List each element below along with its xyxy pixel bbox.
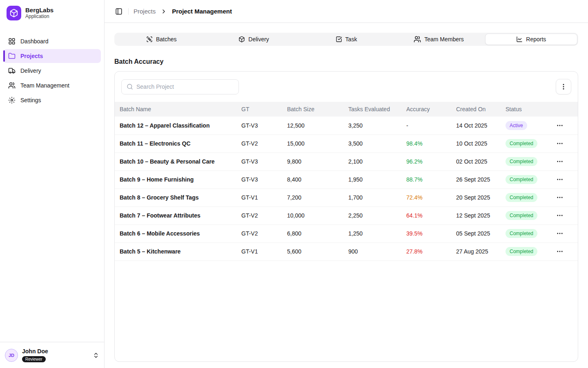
more-horizontal-icon[interactable] <box>555 156 565 167</box>
batch-size: 6,800 <box>284 224 345 242</box>
tab-delivery[interactable]: Delivery <box>207 34 300 45</box>
brand-subtitle: Application <box>25 13 53 19</box>
chevron-right-icon <box>160 8 167 15</box>
tab-batches[interactable]: Batches <box>115 34 207 45</box>
column-header: Tasks Evaluated <box>345 102 403 117</box>
user-menu[interactable]: JD John Doe Reviewer <box>0 342 104 368</box>
sidebar-toggle-icon[interactable] <box>114 7 123 16</box>
status-badge: Completed <box>506 139 537 148</box>
gear-icon <box>8 96 16 104</box>
sidebar-item-projects[interactable]: Projects <box>3 49 101 63</box>
tab-label: Batches <box>156 36 177 43</box>
tasks-evaluated: 1,950 <box>345 171 403 188</box>
table-row: Batch 6 – Mobile AccessoriesGT-V26,8001,… <box>115 224 578 242</box>
more-horizontal-icon[interactable] <box>555 174 565 185</box>
package-icon <box>238 36 245 43</box>
gt-version: GT-V2 <box>238 206 284 224</box>
avatar: JD <box>5 349 18 362</box>
tasks-evaluated: 1,700 <box>345 188 403 206</box>
sidebar-item-team-management[interactable]: Team Management <box>3 79 101 92</box>
more-horizontal-icon[interactable] <box>555 192 565 203</box>
sidebar-item-label: Delivery <box>20 67 41 74</box>
status-badge: Completed <box>506 157 537 166</box>
batch-size: 5,600 <box>284 242 345 260</box>
sidebar-item-label: Settings <box>20 97 41 103</box>
tab-reports[interactable]: Reports <box>485 34 577 45</box>
table-header-row: Batch NameGTBatch SizeTasks EvaluatedAcc… <box>115 102 578 117</box>
accuracy-value: - <box>406 122 408 129</box>
gt-version: GT-V1 <box>238 242 284 260</box>
more-horizontal-icon[interactable] <box>555 120 565 131</box>
created-on: 20 Sept 2025 <box>453 188 502 206</box>
batch-size: 12,500 <box>284 117 345 135</box>
accuracy-value: 96.2% <box>406 158 423 165</box>
tasks-evaluated: 900 <box>345 242 403 260</box>
batch-table: Batch NameGTBatch SizeTasks EvaluatedAcc… <box>115 102 578 261</box>
grid-icon <box>8 38 16 45</box>
sidebar-item-dashboard[interactable]: Dashboard <box>3 34 101 48</box>
brand-name: BergLabs <box>25 7 53 13</box>
search-input[interactable] <box>136 83 234 90</box>
sidebar-item-label: Team Management <box>20 82 69 89</box>
table-row: Batch 11 – Electronics QCGT-V215,0003,50… <box>115 135 578 153</box>
gt-version: GT-V2 <box>238 135 284 153</box>
sidebar-nav: DashboardProjectsDeliveryTeam Management… <box>0 27 104 107</box>
column-header: Status <box>502 102 551 117</box>
more-horizontal-icon[interactable] <box>555 228 565 239</box>
created-on: 26 Sept 2025 <box>453 171 502 188</box>
batch-name: Batch 7 – Footwear Attributes <box>115 206 238 224</box>
status-badge: Completed <box>506 193 537 202</box>
column-header: GT <box>238 102 284 117</box>
column-header <box>551 102 578 117</box>
sidebar: BergLabs Application DashboardProjectsDe… <box>0 0 105 368</box>
tasks-evaluated: 3,500 <box>345 135 403 153</box>
users-icon <box>8 82 16 89</box>
card-toolbar <box>115 72 578 102</box>
more-horizontal-icon[interactable] <box>555 210 565 221</box>
truck-icon <box>8 67 16 74</box>
table-row: Batch 7 – Footwear AttributesGT-V210,000… <box>115 206 578 224</box>
search-box <box>121 79 239 94</box>
gt-version: GT-V3 <box>238 171 284 188</box>
column-header: Created On <box>453 102 502 117</box>
brand-logo-icon <box>7 6 21 20</box>
user-role-badge: Reviewer <box>22 356 46 362</box>
sidebar-item-label: Projects <box>20 53 43 59</box>
status-badge: Completed <box>506 247 537 256</box>
accuracy-value: 39.5% <box>406 230 423 237</box>
gt-version: GT-V3 <box>238 117 284 135</box>
more-vertical-icon[interactable] <box>556 79 571 94</box>
tab-bar: BatchesDeliveryTaskTeam MembersReports <box>114 33 578 46</box>
batch-size: 15,000 <box>284 135 345 153</box>
group-icon <box>146 36 153 43</box>
accuracy-value: 27.8% <box>406 248 423 255</box>
accuracy-value: 72.4% <box>406 194 423 201</box>
chart-line-icon <box>516 36 523 43</box>
sidebar-item-delivery[interactable]: Delivery <box>3 64 101 78</box>
batch-name: Batch 6 – Mobile Accessories <box>115 224 238 242</box>
tab-team-members[interactable]: Team Members <box>392 34 485 45</box>
batch-name: Batch 9 – Home Furnishing <box>115 171 238 188</box>
more-horizontal-icon[interactable] <box>555 246 565 257</box>
tasks-evaluated: 2,250 <box>345 206 403 224</box>
gt-version: GT-V3 <box>238 153 284 171</box>
sidebar-item-settings[interactable]: Settings <box>3 93 101 107</box>
user-name: John Doe <box>22 348 48 355</box>
gt-version: GT-V2 <box>238 224 284 242</box>
breadcrumb-parent[interactable]: Projects <box>134 8 156 15</box>
main-area: Projects Project Management BatchesDeliv… <box>105 0 588 368</box>
batch-name: Batch 11 – Electronics QC <box>115 135 238 153</box>
column-header: Batch Size <box>284 102 345 117</box>
more-horizontal-icon[interactable] <box>555 138 565 149</box>
chevrons-up-down-icon[interactable] <box>93 352 99 359</box>
created-on: 02 Oct 2025 <box>453 153 502 171</box>
created-on: 10 Oct 2025 <box>453 135 502 153</box>
table-row: Batch 9 – Home FurnishingGT-V38,4001,950… <box>115 171 578 188</box>
square-check-icon <box>336 36 342 43</box>
status-badge: Completed <box>506 211 537 220</box>
tab-label: Reports <box>526 36 546 43</box>
brand: BergLabs Application <box>0 0 104 27</box>
tab-task[interactable]: Task <box>300 34 392 45</box>
table-row: Batch 8 – Grocery Shelf TagsGT-V17,2001,… <box>115 188 578 206</box>
tasks-evaluated: 2,100 <box>345 153 403 171</box>
